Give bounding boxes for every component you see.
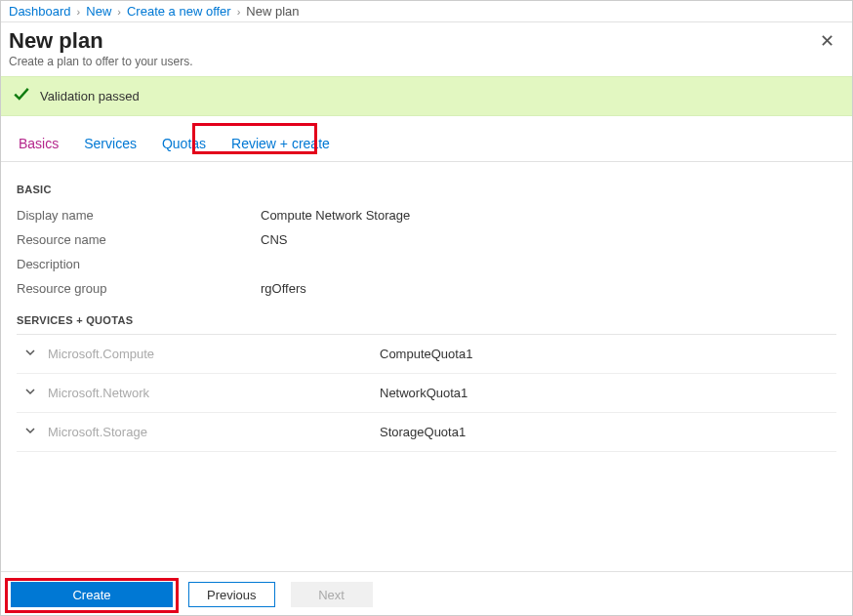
chevron-right-icon: › xyxy=(237,6,241,18)
resource-group-label: Resource group xyxy=(17,281,261,296)
tab-review-create-label: Review + create xyxy=(231,136,330,151)
display-name-label: Display name xyxy=(17,208,261,223)
page-header: New plan Create a plan to offer to your … xyxy=(1,22,852,76)
breadcrumb: Dashboard › New › Create a new offer › N… xyxy=(1,1,852,22)
service-name: Microsoft.Network xyxy=(48,386,380,400)
breadcrumb-link-create-offer[interactable]: Create a new offer xyxy=(127,4,231,19)
page-subtitle: Create a plan to offer to your users. xyxy=(9,55,193,68)
breadcrumb-link-dashboard[interactable]: Dashboard xyxy=(9,4,71,19)
chevron-down-icon xyxy=(17,386,48,400)
resource-name-value: CNS xyxy=(261,232,287,247)
review-content: BASIC Display name Compute Network Stora… xyxy=(1,162,852,572)
tab-review-create[interactable]: Review + create xyxy=(229,130,332,161)
row-description: Description xyxy=(17,252,836,276)
validation-banner: Validation passed xyxy=(1,76,852,116)
chevron-down-icon xyxy=(17,347,48,361)
chevron-right-icon: › xyxy=(77,6,81,18)
row-resource-group: Resource group rgOffers xyxy=(17,276,836,301)
next-button: Next xyxy=(291,582,373,607)
tabs: Basics Services Quotas Review + create xyxy=(1,116,852,162)
tab-quotas[interactable]: Quotas xyxy=(160,130,208,161)
service-row-network[interactable]: Microsoft.Network NetworkQuota1 xyxy=(17,374,836,413)
tab-services[interactable]: Services xyxy=(82,130,139,161)
service-name: Microsoft.Storage xyxy=(48,425,380,439)
description-label: Description xyxy=(17,257,261,271)
service-quota: NetworkQuota1 xyxy=(380,386,467,400)
resource-group-value: rgOffers xyxy=(261,281,306,296)
close-button[interactable]: ✕ xyxy=(814,28,840,54)
service-quota: ComputeQuota1 xyxy=(380,347,472,361)
previous-button[interactable]: Previous xyxy=(188,582,275,607)
breadcrumb-link-new[interactable]: New xyxy=(86,4,111,19)
validation-text: Validation passed xyxy=(40,89,140,103)
create-button[interactable]: Create xyxy=(11,582,173,607)
row-display-name: Display name Compute Network Storage xyxy=(17,203,836,227)
checkmark-icon xyxy=(13,85,30,107)
resource-name-label: Resource name xyxy=(17,232,261,247)
display-name-value: Compute Network Storage xyxy=(261,208,410,223)
close-icon: ✕ xyxy=(820,31,834,51)
breadcrumb-current: New plan xyxy=(246,4,299,19)
footer-actions: Create Previous Next xyxy=(1,571,852,615)
chevron-right-icon: › xyxy=(117,6,121,18)
service-quota: StorageQuota1 xyxy=(380,425,466,439)
service-row-storage[interactable]: Microsoft.Storage StorageQuota1 xyxy=(17,413,836,452)
tab-basics[interactable]: Basics xyxy=(17,130,61,161)
page-title: New plan xyxy=(9,28,193,54)
row-resource-name: Resource name CNS xyxy=(17,227,836,252)
service-name: Microsoft.Compute xyxy=(48,347,380,361)
section-basic-title: BASIC xyxy=(17,184,836,195)
service-row-compute[interactable]: Microsoft.Compute ComputeQuota1 xyxy=(17,335,836,374)
chevron-down-icon xyxy=(17,425,48,439)
section-services-title: SERVICES + QUOTAS xyxy=(17,314,836,326)
